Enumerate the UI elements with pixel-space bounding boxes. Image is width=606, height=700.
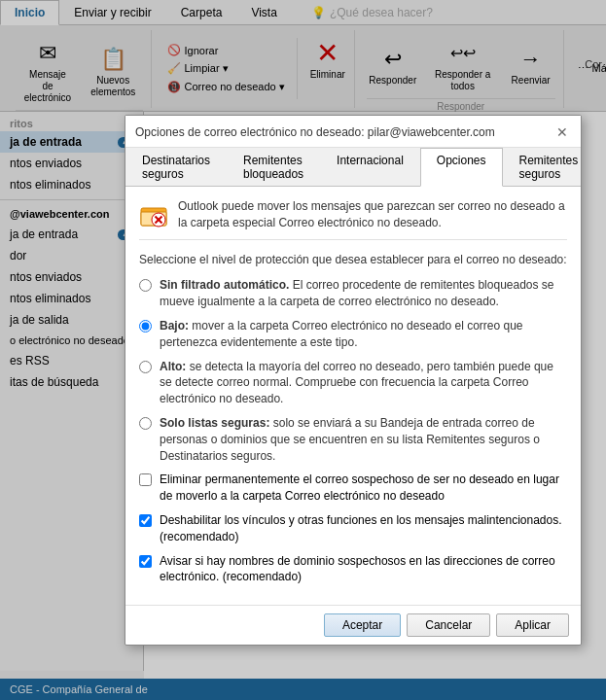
dialog-body: Outlook puede mover los mensajes que par…	[125, 187, 581, 605]
dialog-titlebar: Opciones de correo electrónico no desead…	[125, 116, 581, 148]
radio-bajo-input[interactable]	[139, 320, 152, 332]
junk-mail-dialog: Opciones de correo electrónico no desead…	[125, 115, 582, 646]
button-aceptar[interactable]: Aceptar	[324, 613, 401, 637]
dialog-tab-bar: Destinatarios seguros Remitentes bloquea…	[125, 148, 581, 187]
tab-internacional[interactable]: Internacional	[320, 148, 420, 186]
checkbox-deshabilitar-vinculos[interactable]: Deshabilitar los vínculos y otras funcio…	[139, 512, 567, 545]
radio-solo-listas-text: Solo listas seguras: solo se enviará a s…	[160, 415, 567, 464]
junk-mail-icon	[139, 200, 168, 229]
protection-level-label: Seleccione el nivel de protección que de…	[139, 252, 567, 268]
radio-alto[interactable]: Alto: se detecta la mayoría del correo n…	[139, 359, 567, 407]
dialog-footer: Aceptar Cancelar Aplicar	[125, 605, 581, 645]
checkbox-deshabilitar-input[interactable]	[139, 514, 152, 527]
radio-solo-listas[interactable]: Solo listas seguras: solo se enviará a s…	[139, 415, 567, 464]
tab-destinatarios-seguros[interactable]: Destinatarios seguros	[125, 148, 227, 186]
checkbox-eliminar-input[interactable]	[139, 473, 152, 486]
dialog-close-button[interactable]: ✕	[553, 123, 571, 141]
info-row: Outlook puede mover los mensajes que par…	[139, 198, 567, 240]
radio-alto-input[interactable]	[139, 361, 152, 373]
tab-remitentes-seguros[interactable]: Remitentes seguros	[503, 148, 595, 186]
info-message: Outlook puede mover los mensajes que par…	[178, 198, 567, 231]
tab-remitentes-bloqueados[interactable]: Remitentes bloqueados	[227, 148, 320, 186]
radio-sin-filtrado-text: Sin filtrado automático. El correo proce…	[160, 277, 567, 310]
radio-solo-listas-input[interactable]	[139, 417, 152, 430]
checkbox-avisar-label: Avisar si hay nombres de dominio sospech…	[160, 553, 567, 586]
button-cancelar[interactable]: Cancelar	[407, 613, 490, 637]
checkbox-eliminar-permanente[interactable]: Eliminar permanentemente el correo sospe…	[139, 472, 567, 505]
radio-sin-filtrado[interactable]: Sin filtrado automático. El correo proce…	[139, 277, 567, 310]
radio-bajo[interactable]: Bajo: mover a la carpeta Correo electrón…	[139, 318, 567, 351]
checkbox-deshabilitar-label: Deshabilitar los vínculos y otras funcio…	[160, 512, 567, 545]
tab-opciones[interactable]: Opciones	[420, 148, 503, 187]
checkbox-avisar-input[interactable]	[139, 555, 152, 568]
radio-sin-filtrado-input[interactable]	[139, 279, 152, 292]
checkbox-avisar-dominios[interactable]: Avisar si hay nombres de dominio sospech…	[139, 553, 567, 586]
checkbox-eliminar-label: Eliminar permanentemente el correo sospe…	[160, 472, 567, 505]
dialog-title: Opciones de correo electrónico no desead…	[135, 125, 495, 139]
radio-alto-text: Alto: se detecta la mayoría del correo n…	[160, 359, 567, 407]
radio-bajo-text: Bajo: mover a la carpeta Correo electrón…	[160, 318, 567, 351]
button-aplicar[interactable]: Aplicar	[496, 613, 569, 637]
